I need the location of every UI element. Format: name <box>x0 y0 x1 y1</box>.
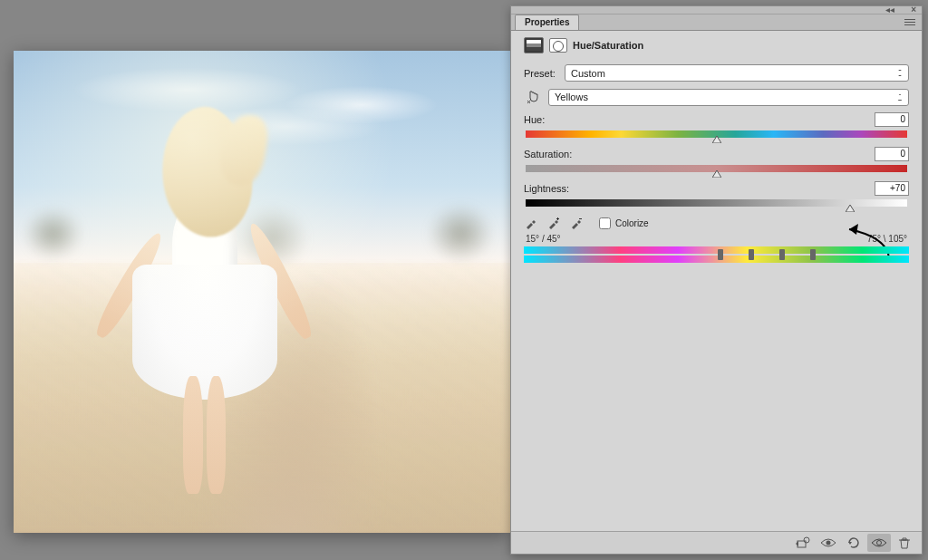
panel-window-controls: ◂◂ × <box>511 6 922 14</box>
lightness-slider-handle[interactable] <box>846 205 855 212</box>
targeted-adjust-icon[interactable] <box>524 88 544 106</box>
channel-select[interactable]: Yellows <box>548 89 909 106</box>
svg-point-9 <box>804 537 809 543</box>
eyedropper-plus-icon[interactable] <box>546 216 561 230</box>
svg-marker-3 <box>712 136 721 143</box>
saturation-slider-handle[interactable] <box>712 170 721 178</box>
hue-slider-handle[interactable] <box>712 136 721 143</box>
svg-point-10 <box>826 541 831 546</box>
hue-label: Hue: <box>524 114 545 125</box>
svg-rect-1 <box>527 43 541 47</box>
svg-marker-4 <box>712 170 721 178</box>
reset-icon[interactable] <box>842 534 865 552</box>
svg-rect-7 <box>579 218 582 219</box>
layer-mask-icon[interactable] <box>549 38 567 53</box>
view-previous-icon[interactable] <box>867 534 891 552</box>
svg-rect-2 <box>527 47 541 51</box>
canvas-image <box>14 51 510 533</box>
clip-to-layer-icon[interactable] <box>791 534 815 552</box>
color-range-bar[interactable] <box>524 246 909 263</box>
panel-menu-icon[interactable] <box>902 15 918 28</box>
svg-rect-0 <box>527 40 541 43</box>
properties-panel: ◂◂ × Properties Hue/Saturation Preset: C… <box>510 5 923 555</box>
hue-slider[interactable] <box>526 130 907 138</box>
hue-sat-icon[interactable] <box>524 37 544 53</box>
hue-input[interactable]: 0 <box>875 112 909 127</box>
lightness-input[interactable]: +70 <box>875 181 909 196</box>
saturation-input[interactable]: 0 <box>875 147 909 161</box>
eyedropper-minus-icon[interactable] <box>569 216 584 230</box>
range-right-label: 75° \ 105° <box>867 234 907 244</box>
adjustment-title: Hue/Saturation <box>573 40 643 51</box>
colorize-label: Colorize <box>615 218 649 228</box>
svg-marker-11 <box>848 542 852 545</box>
lightness-label: Lightness: <box>524 183 569 194</box>
eyedropper-icon[interactable] <box>524 216 538 230</box>
range-left-label: 15° / 45° <box>526 234 561 244</box>
saturation-slider[interactable] <box>526 165 907 172</box>
svg-marker-5 <box>846 205 855 212</box>
colorize-checkbox[interactable]: Colorize <box>599 217 649 229</box>
panel-footer <box>511 531 922 554</box>
lightness-slider[interactable] <box>526 199 907 207</box>
collapse-icon[interactable]: ◂◂ <box>885 5 894 14</box>
tab-properties[interactable]: Properties <box>515 14 579 30</box>
svg-point-12 <box>877 541 882 546</box>
close-icon[interactable]: × <box>911 5 916 14</box>
delete-icon[interactable] <box>893 534 916 552</box>
preset-select[interactable]: Custom <box>565 64 909 82</box>
toggle-visibility-icon[interactable] <box>817 534 840 552</box>
preset-label: Preset: <box>524 68 560 79</box>
saturation-label: Saturation: <box>524 149 572 159</box>
